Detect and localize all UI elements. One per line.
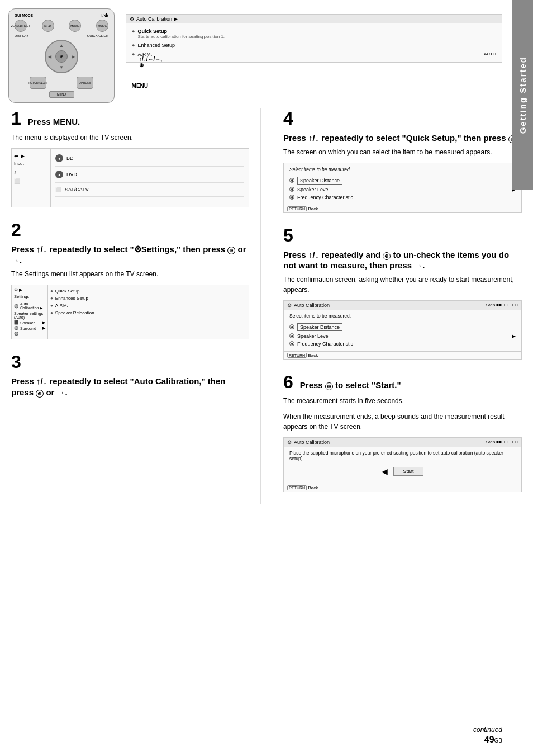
step-5-autocal-body: Select items to be measured. Speaker Dis… xyxy=(284,310,521,351)
step-2-col1: ⚙▶ Settings 🔘 Auto Calibration ▶ Speaker… xyxy=(12,285,48,339)
step-6-start-button[interactable]: Start xyxy=(393,467,423,476)
continued-label: continued xyxy=(473,726,502,734)
top-auto-cal-header: ⚙ Auto Calibration ▶ xyxy=(126,15,502,23)
step-4-speaker-level: Speaker Level ▶ xyxy=(289,186,516,193)
step-1-desc: The menu is displayed on the TV screen. xyxy=(11,133,249,143)
step-6-step-indicator: Step ■■□□□□□□ xyxy=(486,440,518,445)
top-quick-setup-item: ● Quick Setup Starts auto calibration fo… xyxy=(132,27,496,41)
step-2-number: 2 xyxy=(11,220,21,240)
remote-btn-afd: A.F.D. xyxy=(42,20,54,32)
step-4-speaker-distance: Speaker Distance xyxy=(289,176,516,186)
remote-menu-btn: MENU xyxy=(49,91,74,98)
step-1-input-row: ⬅▶ xyxy=(14,152,48,160)
step-1-number: 1 xyxy=(11,108,21,129)
step-2-desc: The Settings menu list appears on the TV… xyxy=(11,269,249,279)
left-column: 1 Press MENU. The menu is displayed on t… xyxy=(11,108,261,504)
step-2-header: 2 Press ↑/↓ repeatedly to select "⚙Setti… xyxy=(11,220,249,266)
remote-enter-button: ⊕ xyxy=(55,50,68,63)
step-5-radio-level xyxy=(289,333,294,338)
step-5-body-text: Select items to be measured. xyxy=(289,313,516,319)
remote-right-arrow: ▶ xyxy=(72,54,75,59)
step-1-sat-icon: ⬜ xyxy=(55,187,61,192)
remote-return-btn: RETURN/EXIT xyxy=(30,77,46,89)
step-4-radio-level xyxy=(289,187,294,192)
remote-down-arrow: ▼ xyxy=(59,65,64,70)
step-6-autocal-box: ⚙ Auto Calibration Step ■■□□□□□□ Place t… xyxy=(283,437,522,492)
remote-btn-2ch: 2CH/A.DIRECT xyxy=(15,20,27,32)
remote-arrow-annotation: ↑/↓/←/→, ⊕ xyxy=(139,56,162,68)
remote-left-arrow: ◀ xyxy=(48,54,51,59)
remote-btn-music: MUSIC xyxy=(96,20,108,32)
step-4-title: Press ↑/↓ repeatedly to select "Quick Se… xyxy=(283,133,518,144)
remote-display-row: DISPLAY QUICK CLICK xyxy=(15,34,108,37)
remote-options-btn: OPTIONS xyxy=(77,77,93,89)
step-6-desc2: When the measurement ends, a beep sounds… xyxy=(283,412,522,432)
step-1-dvd-icon: ● xyxy=(55,171,63,178)
step-2: 2 Press ↑/↓ repeatedly to select "⚙Setti… xyxy=(11,220,249,339)
remote-btn-movie: MOVIE xyxy=(69,20,81,32)
remote-up-arrow: ▲ xyxy=(59,43,64,48)
step-6-header: 6 Press ⊕ to select "Start." xyxy=(283,372,522,393)
step-6-footer: RETURN Back xyxy=(284,484,521,492)
step-5-desc: The confirmation screen, asking whether … xyxy=(283,275,522,295)
step-2-col2: ●Quick Setup ●Enhanced Setup ●A.P.M. ●Sp… xyxy=(48,285,249,339)
top-enhanced-setup-item: ● Enhanced Setup xyxy=(132,41,496,50)
step-6-autocal-header: ⚙ Auto Calibration Step ■■□□□□□□ xyxy=(284,438,521,447)
step-5-speaker-distance: Speaker Distance xyxy=(289,322,516,332)
step-5-number: 5 xyxy=(283,225,293,246)
step-1-header: 1 Press MENU. xyxy=(11,108,249,129)
step-5-header: 5 Press ↑/↓ repeatedly and ⊕ to un-check… xyxy=(283,225,522,271)
step-1-title: Press MENU. xyxy=(28,116,80,127)
step-5-autocal-header: ⚙ Auto Calibration Step ■■□□□□□□ xyxy=(284,301,521,310)
step-5-autocal-box: ⚙ Auto Calibration Step ■■□□□□□□ Select … xyxy=(283,300,522,360)
step-4-radio-freq xyxy=(289,195,294,200)
step-5-radio-freq xyxy=(289,341,294,346)
step-3-header: 3 Press ↑/↓ repeatedly to select "Auto C… xyxy=(11,352,249,398)
step-1-bd-row: ● BD xyxy=(55,152,244,164)
step-6: 6 Press ⊕ to select "Start." The measure… xyxy=(283,372,522,492)
step-1-menu-left: ⬅▶ Input ♪ ⬜ xyxy=(12,149,51,207)
step-5-footer: RETURN Back xyxy=(284,351,521,359)
step-1-menu-box: ⬅▶ Input ♪ ⬜ ● BD xyxy=(11,148,249,207)
step-5-title: Press ↑/↓ repeatedly and ⊕ to un-check t… xyxy=(283,249,522,271)
step-4-autocal-box: Select items to be measured. Speaker Dis… xyxy=(283,163,522,213)
top-apm-item: ● A.P.M. AUTO xyxy=(132,50,496,59)
sidebar-getting-started: Getting Started xyxy=(512,0,533,190)
step-3-number: 3 xyxy=(11,352,21,372)
right-column: 4 Press ↑/↓ repeatedly to select "Quick … xyxy=(272,108,522,504)
step-6-title: Press ⊕ to select "Start." xyxy=(300,380,401,391)
step-5-radio-distance xyxy=(289,324,294,329)
step-5: 5 Press ↑/↓ repeatedly and ⊕ to un-check… xyxy=(283,225,522,360)
step-1: 1 Press MENU. The menu is displayed on t… xyxy=(11,108,249,207)
top-auto-cal-body: ● Quick Setup Starts auto calibration fo… xyxy=(126,23,502,62)
step-1-menu-right: ● BD ● DVD xyxy=(51,149,249,207)
remote-control: GUI MODE I / ⏻ 2CH/A.DIRECT A.F.D. MOVIE… xyxy=(8,8,115,103)
remote-top-labels: GUI MODE I / ⏻ xyxy=(15,13,108,17)
step-6-number: 6 xyxy=(283,372,293,393)
step-1-bd-icon: ● xyxy=(55,154,63,162)
remote-nav-ring: ▲ ▼ ◀ ▶ ⊕ xyxy=(45,40,78,73)
step-4-radio-distance xyxy=(289,178,294,183)
step-1-sat-row: ⬜ SAT/CATV xyxy=(55,185,244,195)
step-6-desc1: The measurement starts in five seconds. xyxy=(283,396,522,406)
page-footer: continued 49GB xyxy=(473,726,502,745)
step-3: 3 Press ↑/↓ repeatedly to select "Auto C… xyxy=(11,352,249,398)
step-4-freq-char: Frequency Characteristic xyxy=(289,193,516,201)
step-5-freq-char: Frequency Characteristic xyxy=(289,340,516,348)
top-right-menu-box: ⚙ Auto Calibration ▶ ● Quick Setup Start… xyxy=(126,8,502,103)
step-1-dvd-row: ● DVD xyxy=(55,168,244,181)
step-5-speaker-level: Speaker Level ▶ xyxy=(289,332,516,340)
step-6-autocal-body: Place the supplied microphone on your pr… xyxy=(284,447,521,484)
remote-menu-annotation: MENU xyxy=(132,83,148,89)
step-4-footer: RETURN Back xyxy=(284,205,521,212)
step-4-header: 4 Press ↑/↓ repeatedly to select "Quick … xyxy=(283,108,522,144)
step-5-step-indicator: Step ■■□□□□□□ xyxy=(486,303,518,308)
step-2-title: Press ↑/↓ repeatedly to select "⚙Setting… xyxy=(11,244,249,266)
step-6-body-text: Place the supplied microphone on your pr… xyxy=(289,450,516,461)
step-4-number: 4 xyxy=(283,108,293,129)
step-3-title: Press ↑/↓ repeatedly to select "Auto Cal… xyxy=(11,376,249,398)
step-4-autocal-body: Select items to be measured. Speaker Dis… xyxy=(284,163,521,205)
remote-mode-buttons: 2CH/A.DIRECT A.F.D. MOVIE MUSIC xyxy=(15,20,108,32)
step-2-menu-box: ⚙▶ Settings 🔘 Auto Calibration ▶ Speaker… xyxy=(11,285,249,339)
step-4: 4 Press ↑/↓ repeatedly to select "Quick … xyxy=(283,108,522,213)
